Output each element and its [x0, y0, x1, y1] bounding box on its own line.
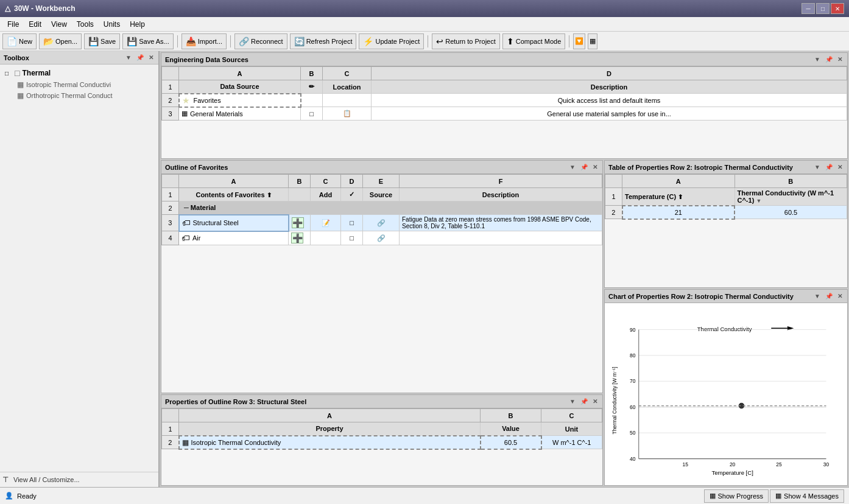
out-col-e[interactable]: E: [363, 175, 400, 188]
add-structural-btn[interactable]: ➕: [292, 217, 304, 228]
toolbar-separator-2: [230, 35, 231, 47]
chart-menu-btn[interactable]: ▼: [813, 292, 822, 300]
eng-col-c[interactable]: C: [323, 67, 372, 80]
props-row-2[interactable]: 2 ▦ Isotropic Thermal Conductivity 60.5: [162, 436, 602, 449]
out-b-4[interactable]: ➕: [289, 231, 311, 245]
eng-a-2[interactable]: ★ Favorites: [179, 94, 301, 107]
tree-children: ▦ Isotropic Thermal Conductivi ▦ Orthotr…: [2, 79, 156, 101]
outline-favorites-scroll[interactable]: A B C D E F 1: [161, 174, 602, 393]
return-button[interactable]: ↩Return to Project: [432, 33, 500, 49]
props-pin-btn[interactable]: 📌: [579, 397, 589, 405]
eng-col-b[interactable]: B: [301, 67, 323, 80]
eng-a-3[interactable]: ▦ General Materials: [179, 107, 301, 121]
props-close-btn[interactable]: ✕: [591, 397, 599, 405]
eng-row-2[interactable]: 2 ★ Favorites Quick access list and defa…: [162, 94, 847, 107]
view-all-button[interactable]: View All / Customize...: [11, 475, 82, 485]
chart-close-btn[interactable]: ✕: [836, 292, 844, 300]
props-menu-btn[interactable]: ▼: [568, 397, 577, 405]
reconnect-button[interactable]: 🔗Reconnect: [234, 33, 287, 49]
status-bar: 👤 Ready ▦ Show Progress ▦ Show 4 Message…: [0, 487, 849, 504]
out-col-d[interactable]: D: [341, 175, 363, 188]
menu-tools[interactable]: Tools: [72, 19, 99, 30]
grid-button[interactable]: ▦: [588, 33, 597, 49]
right-panels: Table of Properties Row 2: Isotropic The…: [604, 160, 848, 486]
eng-close-btn[interactable]: ✕: [836, 55, 844, 63]
menu-edit[interactable]: Edit: [24, 19, 46, 30]
tree-isotropic-item[interactable]: ▦ Isotropic Thermal Conductivi: [15, 79, 156, 90]
toolbox-menu-btn[interactable]: ▼: [124, 54, 133, 61]
out-a-4[interactable]: 🏷 Air: [179, 231, 289, 245]
table-props-pin-btn[interactable]: 📌: [824, 163, 834, 171]
filter-button[interactable]: 🔽: [573, 33, 585, 49]
table-props-menu-btn[interactable]: ▼: [813, 163, 822, 171]
outline-close-btn[interactable]: ✕: [591, 163, 599, 171]
props-b-2[interactable]: 60.5: [481, 436, 541, 449]
refresh-button[interactable]: 🔄Refresh Project: [290, 33, 357, 49]
properties-outline-table: A B C 1 Property Value Unit: [161, 408, 602, 450]
menu-view[interactable]: View: [46, 19, 72, 30]
eng-menu-btn[interactable]: ▼: [813, 55, 822, 63]
compact-button[interactable]: ⬆Compact Mode: [502, 33, 566, 49]
menu-help[interactable]: Help: [125, 19, 150, 30]
show-progress-button[interactable]: ▦ Show Progress: [704, 489, 769, 503]
outline-menu-btn[interactable]: ▼: [568, 163, 577, 171]
outline-pin-btn[interactable]: 📌: [579, 163, 589, 171]
tp-row-2[interactable]: 2 21 60.5: [605, 206, 847, 219]
import-button[interactable]: 📥Import...: [181, 33, 227, 49]
props-col-b[interactable]: B: [481, 409, 541, 422]
isotropic-prop-label: Isotropic Thermal Conductivity: [191, 439, 281, 446]
tree-orthotropic-item[interactable]: ▦ Orthotropic Thermal Conduct: [15, 90, 156, 101]
close-button[interactable]: ✕: [831, 3, 844, 14]
add-air-btn[interactable]: ➕: [291, 233, 303, 243]
toolbox-pin-btn[interactable]: 📌: [135, 54, 145, 61]
update-button[interactable]: ⚡Update Project: [359, 33, 424, 49]
chart-pin-btn[interactable]: 📌: [824, 292, 834, 300]
save-as-button[interactable]: 💾Save As...: [122, 33, 174, 49]
props-col-a[interactable]: A: [179, 409, 481, 422]
out-row-3[interactable]: 3 🏷 Structural Steel ➕: [162, 215, 602, 231]
open-button[interactable]: 📂Open...: [39, 33, 82, 49]
menu-file[interactable]: File: [2, 19, 24, 30]
props-col-c[interactable]: C: [541, 409, 602, 422]
props-rownum-1: 1: [162, 422, 179, 436]
out-c-3[interactable]: 📝: [311, 215, 341, 231]
toolbox-close-btn[interactable]: ✕: [147, 54, 155, 61]
eng-row-3[interactable]: 3 ▦ General Materials □ 📋 General use ma…: [162, 107, 847, 121]
out-col-f[interactable]: F: [400, 175, 602, 188]
eng-d-3: General use material samples for use in.…: [372, 107, 847, 121]
minimize-button[interactable]: ─: [801, 3, 815, 14]
eng-col-d[interactable]: D: [372, 67, 847, 80]
out-a-3[interactable]: 🏷 Structural Steel: [179, 215, 289, 231]
tree-thermal-root[interactable]: □ □ Thermal: [2, 67, 156, 79]
out-col-b[interactable]: B: [289, 175, 311, 188]
show-messages-button[interactable]: ▦ Show 4 Messages: [770, 489, 844, 503]
tp-a-2[interactable]: 21: [622, 206, 735, 219]
tp-col-b[interactable]: B: [735, 175, 847, 188]
table-props-controls: ▼ 📌 ✕: [813, 163, 844, 171]
tree-isotropic-label: Isotropic Thermal Conductivi: [26, 81, 111, 88]
toolbar-separator-1: [177, 35, 178, 47]
eng-pin-btn[interactable]: 📌: [824, 55, 834, 63]
out-col-a[interactable]: A: [179, 175, 289, 188]
maximize-button[interactable]: □: [816, 3, 830, 14]
chart-panel: Chart of Properties Row 2: Isotropic The…: [604, 289, 848, 486]
tp-col-a[interactable]: A: [622, 175, 735, 188]
engineering-data-label: Engineering Data Sources: [165, 56, 248, 63]
save-button[interactable]: 💾Save: [84, 33, 120, 49]
out-row-1: 1 Contents of Favorites ⬆ Add ✓ Source D…: [162, 188, 602, 201]
table-props-close-btn[interactable]: ✕: [836, 163, 844, 171]
properties-outline-scroll[interactable]: A B C 1 Property Value Unit: [161, 408, 602, 485]
new-button[interactable]: 📄New: [2, 33, 37, 49]
tree-expand-icon: □: [5, 70, 12, 77]
out-row-4[interactable]: 4 🏷 Air ➕: [162, 231, 602, 245]
props-col-rownum: [162, 409, 179, 422]
engineering-data-panel: Engineering Data Sources ▼ 📌 ✕: [161, 52, 848, 159]
engineering-data-table-scroll[interactable]: A B C D 1 Data Source ✏ Location Descrip: [161, 66, 847, 158]
tp-b-2[interactable]: 60.5: [735, 206, 847, 219]
out-col-c[interactable]: C: [311, 175, 341, 188]
eng-col-a[interactable]: A: [179, 67, 301, 80]
out-b-3[interactable]: ➕: [289, 215, 311, 231]
menu-units[interactable]: Units: [99, 19, 125, 30]
out-c-1: Add: [311, 188, 341, 201]
table-properties-scroll[interactable]: A B 1 Temperature (C) ⬆: [605, 174, 847, 287]
